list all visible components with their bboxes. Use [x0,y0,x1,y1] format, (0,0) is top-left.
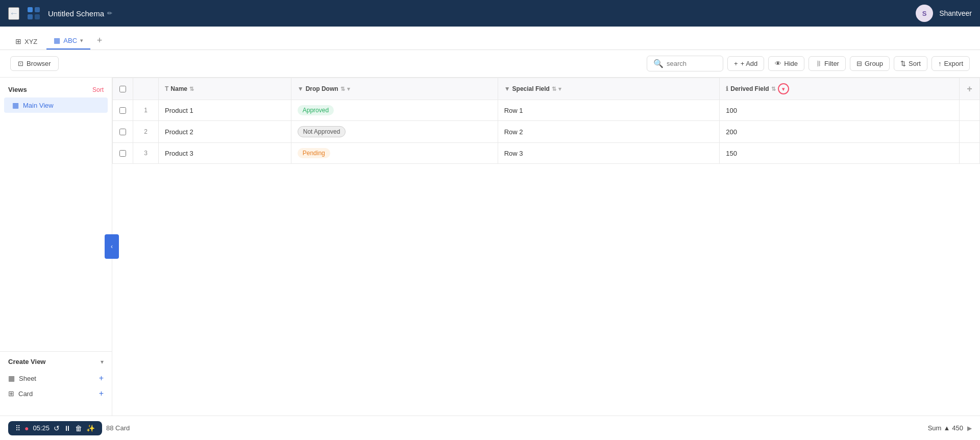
hide-icon: 👁 [775,60,781,67]
row-2-dropdown-badge: Not Approved [298,126,346,137]
footer-right: Sum ▲ 450 ▶ [928,424,972,432]
row-1-dropdown[interactable]: Approved [291,100,498,121]
select-all-checkbox[interactable] [119,86,126,92]
row-1-special[interactable]: Row 1 [498,100,720,121]
dropdown-sort-icon[interactable]: ⇅ [340,86,345,92]
group-button[interactable]: ⊟ Group [850,56,890,71]
footer: ⠿ ● 05:25 ↺ ⏸ 🗑 ✨ 88 Card Sum ▲ 450 ▶ [0,415,980,440]
svg-rect-0 [28,7,33,12]
create-view-title: Create View [8,358,45,365]
filter-button[interactable]: ⧚ Filter [808,56,846,71]
grid-icon: ⊞ [15,37,21,45]
create-view-chevron-icon[interactable]: ▾ [101,358,104,365]
sidebar-collapse-button[interactable]: ‹ [105,234,119,259]
sidebar-bottom: Create View ▾ ▦ Sheet + ⊞ Card + [0,351,112,407]
row-1-num: 1 [133,100,159,121]
add-button[interactable]: + + Add [727,56,764,71]
browser-button[interactable]: ⊡ Browser [10,56,59,71]
row-1-derived[interactable]: 100 [720,100,960,121]
hide-button[interactable]: 👁 Hide [768,56,804,71]
table-row: 1 Product 1 Approved Row 1 100 [113,100,980,121]
tab-bar: ⊞ XYZ ▦ ABC ▾ + [0,27,980,50]
add-sheet-icon[interactable]: + [99,374,104,383]
row-3-dropdown[interactable]: Pending [291,143,498,164]
row-3-dropdown-badge: Pending [298,148,330,158]
create-card-item[interactable]: ⊞ Card + [8,386,104,401]
row-2-check [113,121,133,143]
delete-button[interactable]: 🗑 [75,424,82,432]
row-1-name[interactable]: Product 1 [159,100,291,121]
export-icon: ↑ [938,60,942,67]
sidebar-item-main-view[interactable]: ▦ Main View [4,97,108,113]
row-2-derived[interactable]: 200 [720,121,960,143]
effects-button[interactable]: ✨ [86,424,95,432]
pause-button[interactable]: ⏸ [64,424,71,432]
toolbar-left: ⊡ Browser [10,56,643,71]
add-tab-button[interactable]: + [92,33,107,47]
browser-icon: ⊡ [18,60,23,67]
sum-display: Sum ▲ 450 [928,424,963,432]
group-icon: ⊟ [856,60,862,67]
undo-button[interactable]: ↺ [54,424,60,432]
app-title: Untitled Schema ✏ [48,9,112,18]
views-sort-button[interactable]: Sort [92,86,104,93]
back-button[interactable]: ← [8,7,19,20]
special-field-icon: ▼ [504,85,510,92]
name-sort-icon[interactable]: ⇅ [189,86,194,92]
row-3-derived[interactable]: 150 [720,143,960,164]
row-3-num: 3 [133,143,159,164]
drag-handle-icon: ⠿ [15,424,20,432]
sort-icon: ⇅ [900,60,906,67]
search-icon: 🔍 [653,59,664,68]
derived-col-active-button[interactable]: ▾ [778,83,789,94]
row-2-empty [960,121,980,143]
toolbar: ⊡ Browser 🔍 + + Add 👁 Hide ⧚ Filter ⊟ Gr… [0,50,980,78]
tab-xyz[interactable]: ⊞ XYZ [8,33,44,50]
header-special-col: ▼ Special Field ⇅ ▾ [498,78,720,100]
row-3-check [113,143,133,164]
main-area: Views Sort ▦ Main View Create View ▾ ▦ S… [0,78,980,415]
search-input[interactable] [667,60,717,67]
row-1-check [113,100,133,121]
sum-expand-icon[interactable]: ▲ [943,424,950,432]
special-col-chevron-icon[interactable]: ▾ [558,86,561,92]
tab-abc[interactable]: ▦ ABC ▾ [46,32,90,50]
scroll-right-button[interactable]: ▶ [967,425,972,432]
edit-title-icon[interactable]: ✏ [107,10,112,17]
add-column-button[interactable]: + [960,78,980,100]
row-2-num: 2 [133,121,159,143]
export-button[interactable]: ↑ Export [932,56,970,71]
add-icon: + [734,60,738,67]
sort-button[interactable]: ⇅ Sort [894,56,927,71]
dropdown-field-icon: ▼ [298,85,304,92]
svg-rect-2 [28,14,33,19]
create-view-header[interactable]: Create View ▾ [8,358,104,365]
special-sort-icon[interactable]: ⇅ [552,86,556,92]
header-dropdown-col: ▼ Drop Down ⇅ ▾ [291,78,498,100]
create-sheet-left: ▦ Sheet [8,374,36,382]
row-1-checkbox[interactable] [119,107,126,114]
row-3-checkbox[interactable] [119,150,126,157]
svg-rect-1 [35,7,40,12]
data-table: T Name ⇅ ▼ Drop Down ⇅ ▾ [112,78,980,164]
chevron-down-icon: ▾ [782,86,785,92]
record-button[interactable]: ● [24,424,29,432]
derived-sort-icon[interactable]: ⇅ [771,86,776,92]
create-sheet-item[interactable]: ▦ Sheet + [8,371,104,386]
search-box[interactable]: 🔍 [647,56,723,71]
card-icon: ⊞ [8,389,14,398]
row-3-special[interactable]: Row 3 [498,143,720,164]
row-2-dropdown[interactable]: Not Approved [291,121,498,143]
filter-icon: ⧚ [815,60,822,67]
tab-dropdown-icon[interactable]: ▾ [80,37,83,44]
row-2-checkbox[interactable] [119,129,126,135]
dropdown-col-chevron-icon[interactable]: ▾ [347,86,350,92]
header-num-col [133,78,159,100]
user-avatar[interactable]: S [916,5,933,22]
row-2-name[interactable]: Product 2 [159,121,291,143]
row-2-special[interactable]: Row 2 [498,121,720,143]
info-icon: ℹ [726,85,728,92]
add-col-icon: + [967,84,972,94]
add-card-icon[interactable]: + [99,389,104,398]
row-3-name[interactable]: Product 3 [159,143,291,164]
